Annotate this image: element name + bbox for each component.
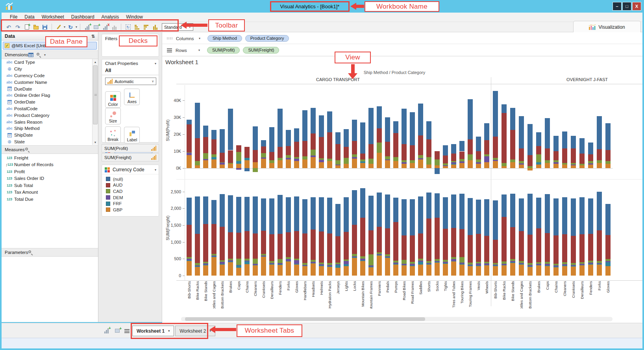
dimensions-scrollbar[interactable]: ▲ ▼ — [92, 59, 98, 145]
legend-item-GBP[interactable]: GBP — [102, 207, 159, 213]
field-ship-method[interactable]: abcShip Method — [2, 125, 92, 132]
rows-caret[interactable]: ▾ — [198, 48, 200, 52]
axes-button[interactable]: Axes — [124, 89, 140, 105]
close-button[interactable]: X — [632, 2, 641, 11]
legend-swatch — [106, 207, 110, 212]
field-label: PostalCode — [14, 106, 37, 111]
size-icon — [110, 111, 116, 118]
legend-swatch — [106, 202, 110, 206]
chart-properties-title: Chart Properties — [105, 61, 138, 66]
text-field-icon: abc — [5, 60, 14, 64]
decks-annotation-label: Decks — [119, 35, 157, 46]
application-window: Visual Analytics - [Book1]* – □ X Workbo… — [0, 0, 644, 350]
app-icon — [5, 2, 13, 11]
field-duedate[interactable]: 12DueDate — [2, 85, 92, 92]
field-label: Tax Amount — [14, 190, 38, 194]
title-bar: Visual Analytics - [Book1]* – □ X — [0, 0, 644, 13]
dimensions-title: Dimensions — [5, 52, 28, 57]
pill-sum-profit-[interactable]: SUM(Profit) — [207, 47, 240, 54]
numeric-measure-icon: 123 — [5, 170, 14, 174]
field-orderdate[interactable]: 12OrderDate — [2, 99, 92, 106]
field-tax-amount[interactable]: 123Tax Amount — [2, 189, 98, 196]
field-profit[interactable]: 123Profit — [2, 168, 98, 175]
legend-item-CAD[interactable]: CAD — [102, 188, 159, 194]
field-currency-code[interactable]: abcCurrency Code — [2, 72, 92, 79]
field-label: State — [14, 139, 25, 144]
new-dashboard-icon[interactable]: + — [113, 327, 121, 335]
columns-label: Columns — [176, 36, 199, 41]
legend-swatch — [106, 183, 110, 187]
parameters-header: Parameters — [2, 248, 98, 257]
field-product-category[interactable]: abcProduct Category — [2, 112, 92, 119]
field-card-type[interactable]: abcCard Type — [2, 59, 92, 66]
table-view-icon[interactable] — [28, 53, 33, 57]
break-button[interactable]: Break — [105, 126, 121, 143]
workbook-annotation-arrow-shaft — [356, 5, 364, 8]
plot-left-edge — [185, 85, 185, 280]
pill-sum-freight-[interactable]: SUM(Freight) — [243, 47, 279, 54]
worksheet-list-icon[interactable] — [124, 328, 130, 334]
legend-items: (null)AUDCADDEMFRFGBP — [102, 174, 159, 213]
scrollbar-thumb[interactable] — [93, 65, 98, 124]
numeric-measure-icon: 123 — [5, 197, 14, 201]
x-axis-line — [176, 280, 642, 281]
field-online-order-flag[interactable]: abcOnline Order Flag — [2, 92, 92, 99]
field-city[interactable]: ⊕City — [2, 66, 92, 72]
chart-column-header: Ship Method / Product Category — [176, 70, 613, 75]
field-shipdate[interactable]: 12ShipDate — [2, 132, 92, 139]
date-field-icon: 12 — [5, 100, 14, 104]
visualization-tab[interactable]: Visualization — [573, 21, 641, 33]
data-source-icon: ✓ — [5, 43, 9, 48]
legend-label: (null) — [113, 177, 123, 181]
scroll-up-icon[interactable]: ▲ — [93, 59, 98, 65]
search-icon[interactable] — [28, 250, 33, 255]
measure-card-freight[interactable]: SUM(Freight) — [102, 153, 159, 161]
chart-hscrollbar-thumb[interactable] — [185, 317, 425, 321]
dimensions-menu-caret[interactable]: ▾ — [44, 53, 46, 57]
field-sales-reason[interactable]: abcSales Reason — [2, 119, 92, 125]
status-bar — [2, 338, 642, 348]
measure-card-profit[interactable]: SUM(Profit) — [102, 144, 159, 152]
field-sales-order-id[interactable]: 123Sales Order ID — [2, 175, 98, 182]
field-number-of-records[interactable]: ƒ123Number of Records — [2, 161, 98, 169]
field-freight[interactable]: 123Freight — [2, 154, 98, 161]
field-total-due[interactable]: 123Total Due — [2, 196, 98, 203]
numeric-measure-icon: 123 — [5, 190, 14, 194]
columns-caret[interactable]: ▾ — [199, 37, 200, 40]
field-label: Product Category — [14, 113, 50, 118]
field-label: Total Due — [14, 197, 33, 202]
field-postalcode[interactable]: abcPostalCode — [2, 106, 92, 112]
scope-all-tab[interactable]: All — [102, 67, 159, 75]
size-button[interactable]: Size — [105, 108, 121, 124]
parameters-title: Parameters — [5, 250, 28, 255]
chart-hscrollbar-track[interactable] — [181, 317, 613, 321]
rows-shelf: Rows ▾ SUM(Profit)SUM(Freight) — [162, 44, 642, 56]
field-customer-name[interactable]: abcCustomer Name — [2, 79, 92, 85]
chart-properties-caret[interactable]: ▾ — [155, 62, 156, 65]
chart-type-select[interactable]: Automatic ∨ — [105, 78, 156, 85]
maximize-button[interactable]: □ — [622, 2, 631, 11]
new-worksheet-icon[interactable]: + — [102, 327, 110, 335]
measure-bars-icon — [151, 146, 156, 151]
search-icon[interactable] — [25, 147, 30, 152]
legend-swatch — [106, 189, 110, 193]
scroll-down-icon[interactable]: ▼ — [93, 139, 98, 145]
label-button[interactable]: Label — [124, 127, 140, 143]
legend-item-null[interactable]: (null) — [102, 176, 159, 182]
pill-ship-method[interactable]: Ship Method — [207, 35, 242, 42]
worksheet-tabs-highlight — [131, 323, 208, 339]
legend-item-AUD[interactable]: AUD — [102, 182, 159, 189]
pill-product-category[interactable]: Product Category — [245, 35, 289, 42]
columns-shelf: Columns ▾ Ship MethodProduct Category — [162, 33, 642, 44]
legend-item-FRF[interactable]: FRF — [102, 200, 159, 207]
minimize-button[interactable]: – — [613, 2, 622, 11]
collapse-expand-icon[interactable]: ⇅ — [91, 34, 95, 39]
calculated-measure-icon: ƒ123 — [5, 163, 14, 167]
text-field-icon: abc — [5, 113, 14, 117]
field-sub-total[interactable]: 123Sub Total — [2, 182, 98, 189]
search-icon[interactable] — [36, 52, 41, 57]
color-button[interactable]: Color — [105, 91, 121, 108]
legend-item-DEM[interactable]: DEM — [102, 194, 159, 201]
legend-caret[interactable]: ▾ — [155, 168, 156, 172]
field-state[interactable]: ⊕State — [2, 139, 92, 145]
